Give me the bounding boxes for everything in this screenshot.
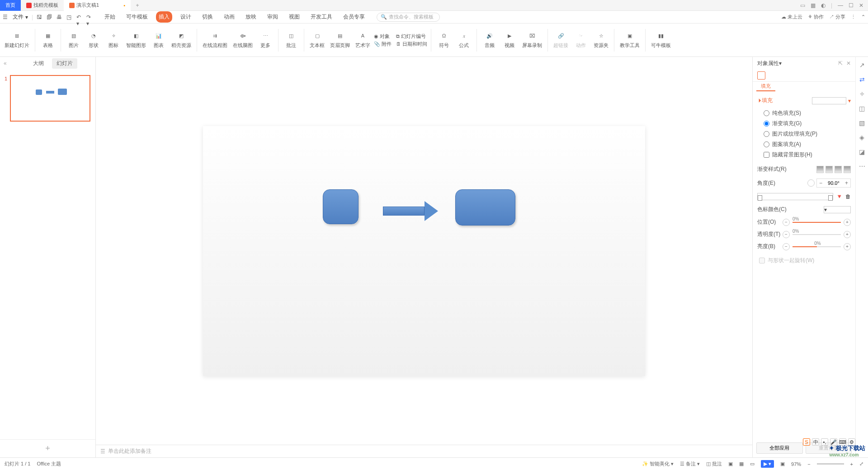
- fill-swatch[interactable]: [812, 97, 846, 104]
- pin-icon[interactable]: ⇱: [838, 60, 843, 66]
- view-reading-icon[interactable]: ▭: [750, 461, 755, 467]
- hamburger-icon[interactable]: ☰: [3, 14, 9, 20]
- slideshow-button[interactable]: ▶ ▾: [761, 460, 774, 468]
- thumbnail-row[interactable]: 1: [0, 73, 95, 126]
- shape-rounded-rect-2[interactable]: [455, 189, 515, 226]
- share-button[interactable]: ↗ 分享: [829, 14, 845, 20]
- ribbon-datetime[interactable]: 🗓 日期和时间: [396, 41, 427, 47]
- collapse-panel-icon[interactable]: «: [4, 60, 7, 66]
- print-icon[interactable]: 🖶: [57, 14, 63, 20]
- zoom-in-icon[interactable]: +: [850, 461, 853, 467]
- ribbon-object[interactable]: ◉ 对象: [374, 33, 392, 40]
- ribbon-record[interactable]: ⌧屏幕录制: [520, 24, 544, 56]
- menu-tab-view[interactable]: 视图: [286, 11, 302, 23]
- ribbon-action[interactable]: ☞动作: [572, 24, 590, 56]
- file-menu[interactable]: 文件 ▾: [13, 13, 28, 21]
- ribbon-slide-num[interactable]: ⧉ 幻灯片编号: [396, 33, 427, 40]
- shape-arrow[interactable]: [383, 201, 438, 221]
- zoom-out-icon[interactable]: −: [807, 461, 810, 467]
- canvas-main[interactable]: [96, 57, 752, 445]
- ribbon-header[interactable]: ▤页眉页脚: [328, 24, 352, 56]
- angle-stepper[interactable]: −+: [816, 179, 851, 188]
- fit-icon[interactable]: ▣: [780, 461, 785, 467]
- ribbon-textbox[interactable]: ▢文本框: [308, 24, 326, 56]
- ime-icon[interactable]: S: [803, 438, 810, 446]
- skin-icon[interactable]: ◐: [821, 2, 826, 9]
- angle-dial[interactable]: [807, 179, 815, 187]
- chevron-up-icon[interactable]: ⌃: [861, 14, 865, 20]
- side-anim-icon[interactable]: ◪: [859, 148, 865, 155]
- menu-tab-insert[interactable]: 插入: [156, 11, 172, 23]
- minimize-icon[interactable]: —: [838, 2, 843, 9]
- layout1-icon[interactable]: ▭: [800, 2, 805, 9]
- radio-solid[interactable]: 纯色填充(S): [757, 108, 851, 118]
- menu-tab-konu[interactable]: 可牛模板: [123, 11, 151, 23]
- redo-icon[interactable]: ↷ ▾: [86, 14, 93, 20]
- collab-button[interactable]: ⚘ 协作: [808, 14, 824, 20]
- status-slide[interactable]: 幻灯片 1 / 1: [5, 461, 30, 467]
- tab-template[interactable]: 找稻壳模板: [21, 0, 64, 11]
- ribbon-res[interactable]: ◩稻壳资源: [170, 24, 193, 56]
- bright-plus[interactable]: +: [844, 243, 851, 250]
- search-input[interactable]: 🔍查找命令、搜索模板: [377, 13, 440, 22]
- side-template-icon[interactable]: ◫: [859, 105, 865, 112]
- grad-style-buttons[interactable]: [816, 166, 851, 173]
- maximize-icon[interactable]: ☐: [849, 2, 854, 9]
- rp-section-fill[interactable]: 填充▾: [757, 97, 851, 104]
- save-icon[interactable]: 🖫: [37, 14, 43, 20]
- close-icon[interactable]: ✕: [859, 2, 863, 9]
- menu-tab-start[interactable]: 开始: [102, 11, 118, 23]
- more-icon[interactable]: ⋮: [851, 14, 856, 20]
- ribbon-smartart[interactable]: ◧智能图形: [124, 24, 148, 56]
- ime-punct[interactable]: •,: [821, 438, 828, 446]
- tab-outline[interactable]: 大纲: [28, 58, 48, 69]
- grid-icon[interactable]: ▦: [811, 2, 816, 9]
- status-comments[interactable]: ◫ 批注: [706, 461, 722, 467]
- thumbnail[interactable]: [10, 75, 90, 122]
- status-notes[interactable]: ☰ 备注 ▾: [680, 461, 700, 467]
- pos-minus[interactable]: −: [783, 219, 790, 226]
- ribbon-symbol[interactable]: Ω符号: [435, 24, 453, 56]
- preview-icon[interactable]: ◳: [66, 14, 73, 20]
- status-beautify[interactable]: ✨ 智能美化 ▾: [642, 461, 674, 467]
- ribbon-new-slide[interactable]: ⊞新建幻灯片: [3, 24, 31, 56]
- menu-tab-animation[interactable]: 动画: [221, 11, 237, 23]
- radio-gradient[interactable]: 渐变填充(G): [757, 118, 851, 129]
- ribbon-teaching[interactable]: ▣教学工具: [618, 24, 642, 56]
- apply-all-button[interactable]: 全部应用: [756, 442, 803, 454]
- ribbon-resfolder[interactable]: ☆资源夹: [592, 24, 610, 56]
- add-slide-button[interactable]: +: [0, 439, 95, 457]
- panel-close-icon[interactable]: ✕: [846, 60, 851, 66]
- ribbon-video[interactable]: ▶视频: [500, 24, 519, 56]
- ime-cn[interactable]: 中: [812, 438, 819, 446]
- menu-tab-review[interactable]: 审阅: [264, 11, 281, 23]
- view-normal-icon[interactable]: ▣: [728, 461, 733, 467]
- rp-tab-icon[interactable]: [753, 70, 855, 82]
- ribbon-chart[interactable]: 📊图表: [150, 24, 168, 56]
- ribbon-icon[interactable]: ✧图标: [104, 24, 123, 56]
- ribbon-audio[interactable]: 🔊音频: [481, 24, 499, 56]
- ribbon-image[interactable]: ▧图片: [65, 24, 83, 56]
- trans-minus[interactable]: −: [783, 231, 790, 238]
- side-arrow-icon[interactable]: ↗: [859, 61, 865, 69]
- view-sorter-icon[interactable]: ▦: [739, 461, 744, 467]
- undo-icon[interactable]: ↶ ▾: [76, 14, 83, 20]
- ribbon-more[interactable]: ⋯更多: [256, 24, 274, 56]
- side-image-icon[interactable]: ▧: [859, 119, 865, 127]
- side-star-icon[interactable]: ✧: [859, 90, 865, 98]
- ribbon-formula[interactable]: 𝑥公式: [455, 24, 473, 56]
- ribbon-attach[interactable]: 📎 附件: [374, 41, 392, 47]
- side-dots-icon[interactable]: ⋯: [859, 163, 865, 170]
- zoom-slider[interactable]: [817, 463, 844, 465]
- shape-rounded-rect-1[interactable]: [323, 189, 359, 224]
- tab-add[interactable]: +: [131, 2, 144, 9]
- side-diamond-icon[interactable]: ◈: [859, 134, 864, 141]
- tab-document[interactable]: 演示文稿1•: [64, 0, 131, 11]
- menu-tab-show[interactable]: 放映: [243, 11, 259, 23]
- menu-tab-transition[interactable]: 切换: [199, 11, 216, 23]
- ribbon-konu[interactable]: ▮▮可牛模板: [649, 24, 673, 56]
- expand-icon[interactable]: ⤢: [859, 461, 863, 467]
- saveas-icon[interactable]: 🗐: [47, 14, 53, 20]
- rp-tab-label[interactable]: 填充: [756, 82, 775, 91]
- ribbon-comment[interactable]: ◫批注: [282, 24, 300, 56]
